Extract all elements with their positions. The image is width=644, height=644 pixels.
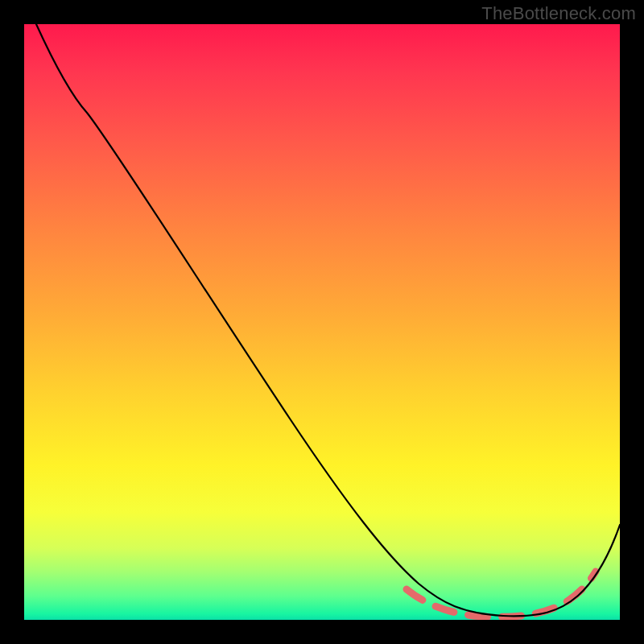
watermark-text: TheBottleneck.com <box>481 3 636 24</box>
bottleneck-curve-line <box>36 24 620 616</box>
plot-area <box>24 24 620 620</box>
chart-frame: TheBottleneck.com <box>0 0 644 644</box>
optimal-range-dash <box>407 572 596 617</box>
curve-layer <box>24 24 620 620</box>
